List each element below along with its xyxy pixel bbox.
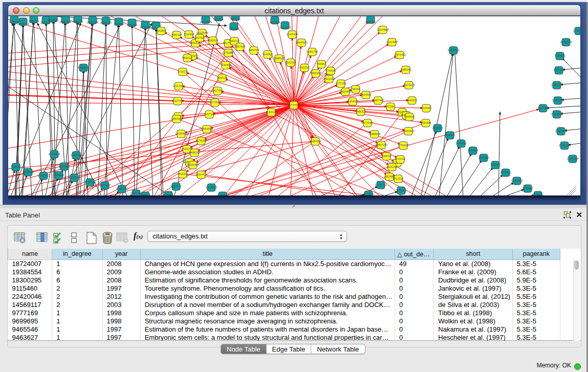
- svg-text:9990405: 9990405: [533, 193, 543, 195]
- svg-text:62160: 62160: [387, 105, 395, 108]
- svg-text:16648784: 16648784: [447, 49, 459, 52]
- svg-text:2803144: 2803144: [217, 76, 227, 79]
- svg-text:7851526: 7851526: [48, 19, 58, 22]
- svg-text:7435001: 7435001: [11, 165, 21, 168]
- svg-text:8427552: 8427552: [212, 89, 223, 92]
- svg-text:5498222: 5498222: [189, 151, 200, 154]
- svg-text:8125648: 8125648: [163, 193, 173, 195]
- svg-text:7485063: 7485063: [401, 68, 411, 71]
- svg-text:16914479: 16914479: [195, 173, 207, 176]
- svg-text:12112732: 12112732: [573, 29, 580, 32]
- svg-text:14055713: 14055713: [17, 23, 29, 26]
- svg-text:3267110: 3267110: [204, 113, 214, 116]
- svg-text:3912954: 3912954: [184, 33, 194, 36]
- svg-text:1615152: 1615152: [387, 165, 397, 168]
- svg-text:9890121: 9890121: [182, 56, 192, 59]
- svg-text:16033809: 16033809: [200, 20, 211, 24]
- svg-text:9227343: 9227343: [554, 69, 564, 72]
- svg-text:9699695: 9699695: [421, 121, 431, 124]
- svg-text:19166829: 19166829: [175, 132, 187, 135]
- svg-text:9245652: 9245652: [522, 187, 533, 190]
- svg-text:16961766: 16961766: [306, 50, 318, 53]
- svg-text:12213987: 12213987: [386, 40, 398, 43]
- svg-text:2935114: 2935114: [478, 156, 489, 159]
- svg-text:5322037: 5322037: [286, 61, 296, 64]
- svg-text:19654923: 19654923: [402, 129, 414, 133]
- svg-text:2087682: 2087682: [365, 20, 376, 24]
- svg-text:20691406: 20691406: [59, 20, 71, 24]
- svg-text:7632621: 7632621: [490, 163, 500, 166]
- svg-text:15751074: 15751074: [560, 40, 572, 43]
- svg-text:15692971: 15692971: [555, 129, 567, 133]
- svg-text:12942737: 12942737: [37, 174, 49, 177]
- svg-text:9242848: 9242848: [221, 63, 231, 67]
- svg-text:9115460: 9115460: [421, 106, 431, 110]
- svg-text:10958107: 10958107: [99, 184, 111, 187]
- svg-text:9466160: 9466160: [73, 20, 83, 23]
- svg-text:9474444: 9474444: [468, 149, 478, 152]
- svg-text:20691406: 20691406: [86, 21, 98, 24]
- svg-text:9463627: 9463627: [407, 99, 417, 102]
- svg-text:21364436: 21364436: [346, 100, 358, 103]
- svg-text:3624554: 3624554: [361, 93, 371, 96]
- svg-text:9777169: 9777169: [336, 82, 346, 85]
- svg-text:10973493: 10973493: [394, 53, 405, 56]
- svg-text:15720407: 15720407: [361, 121, 373, 124]
- svg-text:18807249: 18807249: [375, 143, 387, 146]
- svg-text:5938923: 5938923: [445, 134, 455, 137]
- svg-text:1588520: 1588520: [274, 57, 284, 60]
- svg-text:15716485: 15716485: [205, 186, 217, 189]
- svg-text:8678332: 8678332: [196, 139, 206, 142]
- svg-text:7625402: 7625402: [178, 172, 188, 176]
- svg-text:25300203: 25300203: [265, 111, 277, 114]
- svg-text:16210643: 16210643: [551, 113, 562, 116]
- svg-text:5462216: 5462216: [229, 39, 239, 42]
- svg-text:10107554: 10107554: [171, 99, 183, 102]
- svg-text:8613054: 8613054: [270, 21, 280, 24]
- svg-text:7663822: 7663822: [156, 29, 166, 32]
- svg-text:6497568: 6497568: [340, 90, 351, 93]
- svg-text:14136141: 14136141: [375, 183, 386, 186]
- svg-text:11675309: 11675309: [567, 157, 579, 160]
- svg-text:9827500: 9827500: [194, 36, 205, 39]
- svg-text:8215958: 8215958: [538, 106, 548, 110]
- svg-text:11325419: 11325419: [287, 33, 298, 36]
- svg-text:12505135: 12505135: [68, 176, 80, 179]
- svg-text:746266: 746266: [351, 87, 360, 91]
- svg-text:12444151: 12444151: [552, 99, 563, 102]
- svg-text:3960124: 3960124: [171, 33, 182, 36]
- svg-text:8186328: 8186328: [208, 39, 218, 42]
- svg-text:13353594: 13353594: [201, 127, 212, 130]
- svg-text:9775746: 9775746: [395, 158, 405, 161]
- svg-text:17957255: 17957255: [84, 181, 96, 184]
- svg-text:13756885: 13756885: [222, 51, 234, 54]
- svg-text:19384554: 19384554: [309, 140, 321, 143]
- svg-text:8471676: 8471676: [500, 171, 511, 174]
- svg-text:1362615: 1362615: [299, 66, 310, 69]
- svg-text:9084067: 9084067: [381, 155, 391, 158]
- svg-text:6794028: 6794028: [325, 69, 336, 72]
- svg-text:11156829: 11156829: [23, 170, 34, 173]
- svg-text:8454749: 8454749: [249, 49, 259, 52]
- svg-text:1145193: 1145193: [54, 173, 64, 177]
- svg-text:17016504: 17016504: [558, 144, 570, 147]
- svg-text:6466160: 6466160: [127, 24, 137, 27]
- svg-text:19218906: 19218906: [279, 26, 291, 29]
- svg-text:9857791: 9857791: [171, 185, 181, 188]
- svg-text:12093871: 12093871: [551, 83, 562, 86]
- svg-text:1640954: 1640954: [432, 126, 443, 129]
- svg-text:10975887: 10975887: [58, 165, 70, 168]
- svg-text:16640910: 16640910: [295, 41, 307, 44]
- svg-text:19854965: 19854965: [170, 117, 182, 120]
- svg-text:9329966: 9329966: [555, 54, 565, 57]
- svg-text:2522514: 2522514: [393, 177, 403, 180]
- svg-text:2967608: 2967608: [235, 45, 245, 48]
- svg-text:2718176: 2718176: [178, 70, 188, 73]
- svg-text:12975115: 12975115: [403, 83, 415, 86]
- svg-text:7955812: 7955812: [316, 62, 326, 65]
- svg-text:1733426: 1733426: [396, 189, 406, 192]
- svg-text:16154808: 16154808: [377, 28, 388, 31]
- svg-text:7484664: 7484664: [404, 115, 415, 118]
- svg-text:417006: 417006: [210, 101, 219, 104]
- svg-text:1527602: 1527602: [114, 23, 124, 26]
